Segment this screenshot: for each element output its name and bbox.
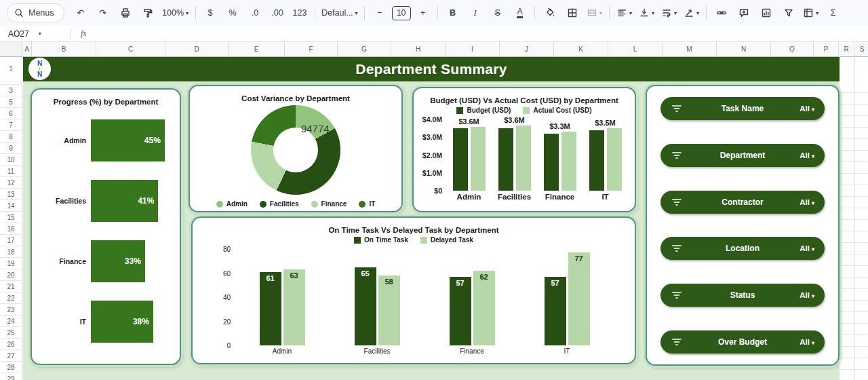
row-header-9[interactable]: 9 bbox=[0, 142, 22, 154]
row-header-13[interactable]: 13 bbox=[0, 189, 22, 200]
column-header-F[interactable]: F bbox=[285, 42, 338, 57]
name-box[interactable]: AO27 ▾ bbox=[0, 29, 66, 39]
column-header-J[interactable]: J bbox=[500, 42, 554, 57]
row-header-7[interactable]: 7 bbox=[0, 119, 22, 131]
paint-format-button[interactable] bbox=[138, 5, 158, 21]
format-currency-button[interactable]: $ bbox=[200, 5, 220, 21]
horizontal-align-button[interactable]: ▾ bbox=[614, 5, 635, 21]
menus-label: Menus bbox=[28, 8, 54, 18]
progress-bar-row: Admin45% bbox=[35, 119, 173, 162]
column-header-G[interactable]: G bbox=[338, 42, 391, 57]
filter-task-name[interactable]: Task NameAll▾ bbox=[660, 97, 825, 120]
filter-value-dropdown[interactable]: All▾ bbox=[800, 104, 814, 113]
select-all-corner[interactable] bbox=[0, 42, 22, 57]
row-header-5[interactable]: 5 bbox=[0, 96, 22, 108]
decrease-decimal-button[interactable]: .0 bbox=[245, 5, 265, 21]
format-percent-button-label: % bbox=[229, 9, 236, 18]
menus-button[interactable]: Menus bbox=[7, 3, 64, 22]
row-header-3[interactable]: 3 bbox=[0, 85, 22, 96]
filter-location[interactable]: LocationAll▾ bbox=[660, 237, 825, 260]
value-label: 45% bbox=[144, 136, 165, 145]
column-header-N[interactable]: N bbox=[717, 42, 771, 57]
caret-down-icon: ▾ bbox=[812, 107, 814, 113]
row-header-12[interactable]: 12 bbox=[0, 177, 22, 189]
insert-comment-button[interactable] bbox=[734, 5, 754, 21]
column-header-L[interactable]: L bbox=[608, 42, 663, 57]
decrease-font-size-button[interactable]: − bbox=[370, 5, 390, 21]
row-header-10[interactable]: 10 bbox=[0, 154, 22, 166]
column-header-I[interactable]: I bbox=[446, 42, 500, 57]
format-percent-button[interactable]: % bbox=[222, 5, 243, 21]
fill-color-button[interactable] bbox=[540, 5, 560, 21]
increase-font-size-button[interactable]: + bbox=[413, 5, 433, 21]
insert-chart-button[interactable] bbox=[756, 5, 776, 21]
column-header-C[interactable]: C bbox=[96, 42, 165, 57]
column-header-D[interactable]: D bbox=[165, 42, 229, 57]
text-rotation-button[interactable]: ▾ bbox=[682, 5, 702, 21]
merge-cells-button[interactable]: ▾ bbox=[585, 5, 605, 21]
row-header-23[interactable]: 23 bbox=[0, 304, 22, 316]
row-header-8[interactable]: 8 bbox=[0, 131, 22, 142]
functions-button[interactable]: Σ bbox=[823, 5, 844, 21]
row-header-11[interactable]: 11 bbox=[0, 166, 22, 177]
text-wrap-button[interactable]: ▾ bbox=[659, 5, 679, 21]
filter-status[interactable]: StatusAll▾ bbox=[660, 284, 825, 307]
filter-over-budget[interactable]: Over BudgetAll▾ bbox=[660, 330, 825, 354]
row-header-16[interactable]: 16 bbox=[0, 223, 22, 235]
row-header-6[interactable]: 6 bbox=[0, 108, 22, 119]
column-header-K[interactable]: K bbox=[554, 42, 608, 57]
row-header-1[interactable]: 1 bbox=[0, 57, 22, 81]
font-select[interactable]: Defaul...▾ bbox=[319, 5, 360, 21]
column-header-A[interactable]: A bbox=[22, 42, 32, 57]
bars bbox=[589, 128, 622, 191]
italic-button[interactable]: I bbox=[465, 5, 486, 21]
filter-contractor[interactable]: ContractorAll▾ bbox=[660, 191, 825, 214]
table-views-button[interactable]: ▾ bbox=[801, 5, 821, 21]
row-header-15[interactable]: 15 bbox=[0, 212, 22, 223]
print-button[interactable] bbox=[115, 5, 136, 21]
font-size-input[interactable]: 10 bbox=[392, 6, 411, 20]
row-header-24[interactable]: 24 bbox=[0, 316, 22, 327]
redo-button[interactable]: ↷ bbox=[93, 5, 113, 21]
row-header-14[interactable]: 14 bbox=[0, 200, 22, 212]
increase-decimal-button[interactable]: .00 bbox=[267, 5, 288, 21]
bold-button[interactable]: B bbox=[443, 5, 463, 21]
row-header-17[interactable]: 17 bbox=[0, 235, 22, 246]
row-header-29[interactable]: 29 bbox=[0, 373, 22, 380]
filter-value-dropdown[interactable]: All▾ bbox=[800, 244, 814, 252]
vertical-align-button[interactable]: ▾ bbox=[637, 5, 657, 21]
row-header-21[interactable]: 21 bbox=[0, 281, 22, 292]
filter-value-dropdown[interactable]: All▾ bbox=[800, 291, 814, 299]
strikethrough-button[interactable]: S bbox=[488, 5, 508, 21]
more-formats-button[interactable]: 123 bbox=[290, 5, 310, 21]
row-header-28[interactable]: 28 bbox=[0, 362, 22, 373]
column-header-R[interactable]: R bbox=[839, 42, 854, 57]
column-header-B[interactable]: B bbox=[32, 42, 96, 57]
text-color-button[interactable]: A bbox=[510, 5, 530, 21]
column-header-O[interactable]: O bbox=[771, 42, 814, 57]
row-header-19[interactable]: 19 bbox=[0, 258, 22, 269]
filter-value-dropdown[interactable]: All▾ bbox=[800, 338, 814, 346]
company-logo: N t N bbox=[28, 58, 51, 80]
column-header-M[interactable]: M bbox=[663, 42, 717, 57]
filter-department[interactable]: DepartmentAll▾ bbox=[660, 144, 825, 167]
row-header-22[interactable]: 22 bbox=[0, 292, 22, 304]
create-filter-button[interactable] bbox=[778, 5, 799, 21]
column-header-H[interactable]: H bbox=[391, 42, 446, 57]
row-header-25[interactable]: 25 bbox=[0, 327, 22, 339]
filter-value-dropdown[interactable]: All▾ bbox=[800, 198, 814, 206]
column-header-P[interactable]: P bbox=[814, 42, 839, 57]
row-header-27[interactable]: 27 bbox=[0, 350, 22, 362]
column-header-S[interactable]: S bbox=[854, 42, 868, 57]
filter-value-dropdown[interactable]: All▾ bbox=[800, 151, 814, 159]
borders-button[interactable] bbox=[562, 5, 583, 21]
insert-link-button[interactable] bbox=[711, 5, 732, 21]
column-header-E[interactable]: E bbox=[229, 42, 285, 57]
row-header-20[interactable]: 20 bbox=[0, 269, 22, 281]
zoom-select[interactable]: 100%▾ bbox=[160, 5, 191, 21]
x-axis-label: IT bbox=[564, 347, 570, 355]
row-header-18[interactable]: 18 bbox=[0, 246, 22, 258]
undo-button[interactable]: ↶ bbox=[71, 5, 91, 21]
caret-down-icon: ▾ bbox=[696, 10, 699, 16]
row-header-26[interactable]: 26 bbox=[0, 339, 22, 350]
